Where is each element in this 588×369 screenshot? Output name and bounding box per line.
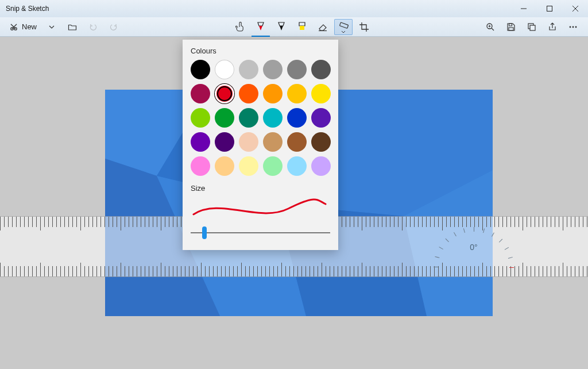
- svg-rect-8: [339, 22, 348, 28]
- colour-swatch-light-orange[interactable]: [215, 156, 234, 176]
- ruler-angle-dial[interactable]: 0°: [454, 227, 494, 267]
- colour-swatch-gray[interactable]: [263, 60, 283, 79]
- svg-point-17: [570, 26, 571, 28]
- toolbar-right: [481, 19, 582, 35]
- zoom-button[interactable]: [481, 19, 500, 35]
- maximize-button[interactable]: [536, 0, 562, 17]
- colour-swatch-dark-purple[interactable]: [215, 132, 234, 152]
- colour-swatch-red[interactable]: [215, 84, 234, 103]
- snip-icon: [9, 22, 18, 32]
- zoom-icon: [486, 22, 495, 32]
- svg-rect-16: [530, 25, 535, 30]
- colour-swatch-yellow[interactable]: [311, 84, 331, 103]
- save-icon: [506, 22, 516, 32]
- copy-icon: [527, 22, 536, 32]
- svg-point-18: [572, 26, 574, 28]
- redo-icon: [109, 22, 118, 32]
- ellipsis-icon: [568, 22, 578, 32]
- colour-swatch-violet[interactable]: [191, 132, 210, 152]
- toolbar-center: [231, 19, 373, 35]
- toolbar: New: [0, 17, 588, 37]
- colour-swatch-dark-gray[interactable]: [287, 60, 307, 79]
- new-snip-button[interactable]: New: [6, 19, 40, 35]
- svg-point-19: [575, 26, 577, 28]
- pencil-button[interactable]: [272, 19, 291, 35]
- svg-rect-1: [547, 6, 552, 11]
- colour-swatches: [191, 60, 330, 176]
- colour-swatch-lime[interactable]: [191, 108, 210, 128]
- colour-swatch-dark-red[interactable]: [191, 84, 210, 103]
- close-button[interactable]: [562, 0, 588, 17]
- copy-button[interactable]: [523, 19, 541, 35]
- pen-red-icon: [256, 22, 265, 32]
- touch-writing-button[interactable]: [231, 19, 249, 35]
- colour-swatch-black[interactable]: [191, 60, 210, 79]
- colour-swatch-peach[interactable]: [239, 132, 258, 152]
- colour-swatch-orange-red[interactable]: [239, 84, 258, 103]
- ballpoint-pen-button[interactable]: [252, 19, 270, 35]
- colour-swatch-purple[interactable]: [311, 108, 331, 128]
- eraser-button[interactable]: [314, 19, 332, 35]
- colours-heading: Colours: [191, 47, 330, 55]
- svg-line-10: [492, 28, 494, 30]
- touch-icon: [235, 22, 245, 32]
- size-preview: [191, 197, 330, 222]
- colour-swatch-teal-green[interactable]: [239, 108, 258, 128]
- open-file-button[interactable]: [63, 19, 82, 35]
- colour-swatch-light-green[interactable]: [263, 156, 283, 176]
- chevron-down-icon: [49, 24, 55, 30]
- canvas-region: 0° Colours Size: [0, 37, 588, 369]
- colour-swatch-pink[interactable]: [191, 156, 210, 176]
- window-buttons: [510, 0, 588, 17]
- colour-swatch-charcoal[interactable]: [311, 60, 331, 79]
- chevron-down-icon: [341, 30, 346, 34]
- share-button[interactable]: [543, 19, 562, 35]
- toolbar-left: New: [6, 19, 123, 35]
- svg-rect-14: [509, 28, 513, 30]
- colour-swatch-silver[interactable]: [239, 60, 258, 79]
- eraser-icon: [318, 22, 328, 32]
- pen-black-icon: [277, 22, 286, 32]
- folder-icon: [68, 22, 77, 32]
- titlebar: Snip & Sketch: [0, 0, 588, 17]
- highlighter-icon: [297, 22, 307, 32]
- colour-swatch-light-blue[interactable]: [287, 156, 307, 176]
- size-heading: Size: [191, 184, 330, 193]
- undo-button[interactable]: [84, 19, 102, 35]
- colour-swatch-light-yellow[interactable]: [239, 156, 258, 176]
- more-button[interactable]: [564, 19, 582, 35]
- app-title: Snip & Sketch: [6, 5, 49, 13]
- colour-swatch-gold[interactable]: [287, 84, 307, 103]
- svg-rect-6: [300, 26, 304, 30]
- new-snip-dropdown[interactable]: [42, 19, 61, 35]
- crop-icon: [359, 22, 369, 32]
- colour-swatch-dark-brown[interactable]: [311, 132, 331, 152]
- colour-swatch-blue[interactable]: [287, 108, 307, 128]
- colour-swatch-brown[interactable]: [287, 132, 307, 152]
- colour-swatch-white[interactable]: [215, 60, 234, 79]
- highlighter-button[interactable]: [293, 19, 311, 35]
- ruler-button[interactable]: [334, 19, 353, 35]
- colour-swatch-orange[interactable]: [263, 84, 283, 103]
- size-slider[interactable]: [191, 226, 330, 240]
- save-button[interactable]: [502, 19, 520, 35]
- colour-swatch-tan[interactable]: [263, 132, 283, 152]
- colour-swatch-green[interactable]: [215, 108, 234, 128]
- new-label: New: [22, 22, 37, 31]
- colour-swatch-cyan[interactable]: [263, 108, 283, 128]
- crop-button[interactable]: [355, 19, 373, 35]
- pen-settings-popup: Colours Size: [183, 40, 338, 250]
- minimize-button[interactable]: [510, 0, 536, 17]
- redo-button[interactable]: [105, 19, 123, 35]
- share-icon: [548, 22, 557, 32]
- slider-thumb[interactable]: [202, 226, 207, 239]
- colour-swatch-light-purple[interactable]: [311, 156, 331, 176]
- undo-icon: [88, 22, 98, 32]
